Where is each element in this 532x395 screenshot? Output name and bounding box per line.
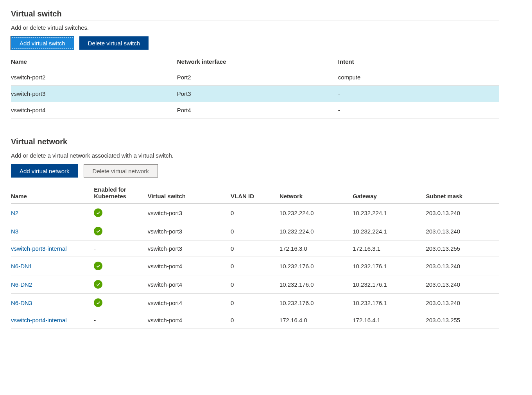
cell-virtual-switch: vswitch-port3 [148, 222, 231, 241]
column-header-gateway: Gateway [353, 182, 426, 204]
cell-subnet-mask: 203.0.13.240 [426, 222, 499, 241]
cell-network: 10.232.224.0 [279, 204, 353, 222]
cell-intent: - [338, 102, 499, 118]
cell-gateway: 172.16.4.1 [353, 312, 426, 329]
cell-network: 172.16.4.0 [279, 312, 353, 329]
cell-network: 10.232.176.0 [279, 257, 353, 275]
column-header-subnet-mask: Subnet mask [426, 182, 499, 204]
table-row[interactable]: N2vswitch-port3010.232.224.010.232.224.1… [11, 204, 499, 222]
virtual-network-link[interactable]: N6-DN1 [11, 263, 32, 269]
cell-name: N6-DN1 [11, 257, 94, 275]
cell-network-interface: Port2 [177, 69, 338, 86]
column-header-network: Network [279, 182, 353, 204]
virtual-network-link[interactable]: N2 [11, 210, 18, 216]
cell-gateway: 172.16.3.1 [353, 241, 426, 257]
cell-vlan-id: 0 [231, 312, 279, 329]
column-header-intent: Intent [338, 54, 499, 69]
cell-subnet-mask: 203.0.13.240 [426, 275, 499, 294]
virtual-switch-description: Add or delete virtual switches. [11, 24, 499, 31]
cell-enabled-kubernetes [94, 204, 147, 222]
cell-gateway: 10.232.224.1 [353, 204, 426, 222]
cell-name: vswitch-port3-internal [11, 241, 94, 257]
column-header-virtual-switch: Virtual switch [148, 182, 231, 204]
column-header-vlan-id: VLAN ID [231, 182, 279, 204]
cell-enabled-kubernetes [94, 257, 147, 275]
cell-intent: - [338, 86, 499, 102]
virtual-network-link[interactable]: N6-DN3 [11, 300, 32, 306]
cell-vlan-id: 0 [231, 204, 279, 222]
cell-virtual-switch: vswitch-port4 [148, 257, 231, 275]
cell-name: vswitch-port4-internal [11, 312, 94, 329]
column-header-network-interface: Network interface [177, 54, 338, 69]
table-row[interactable]: vswitch-port4-internal-vswitch-port40172… [11, 312, 499, 329]
cell-gateway: 10.232.176.1 [353, 294, 426, 312]
add-virtual-network-button[interactable]: Add virtual network [11, 164, 78, 178]
virtual-network-link[interactable]: vswitch-port4-internal [11, 317, 67, 323]
cell-vlan-id: 0 [231, 294, 279, 312]
table-row[interactable]: vswitch-port3-internal-vswitch-port30172… [11, 241, 499, 257]
cell-subnet-mask: 203.0.13.240 [426, 204, 499, 222]
cell-vlan-id: 0 [231, 222, 279, 241]
table-row[interactable]: N6-DN1vswitch-port4010.232.176.010.232.1… [11, 257, 499, 275]
delete-virtual-switch-button[interactable]: Delete virtual switch [79, 36, 149, 50]
check-icon [94, 280, 102, 289]
virtual-network-link[interactable]: vswitch-port3-internal [11, 245, 67, 252]
cell-name: N2 [11, 204, 94, 222]
add-virtual-switch-button[interactable]: Add virtual switch [11, 36, 74, 50]
column-header-enabled-kubernetes: Enabled for Kubernetes [94, 182, 147, 204]
cell-network: 172.16.3.0 [279, 241, 353, 257]
cell-name: vswitch-port4 [11, 102, 177, 118]
cell-enabled-kubernetes [94, 294, 147, 312]
cell-network: 10.232.176.0 [279, 275, 353, 294]
cell-vlan-id: 0 [231, 241, 279, 257]
cell-subnet-mask: 203.0.13.255 [426, 312, 499, 329]
table-row[interactable]: vswitch-port2Port2compute [11, 69, 499, 86]
check-icon [94, 208, 102, 217]
cell-name: N6-DN2 [11, 275, 94, 294]
delete-virtual-network-button[interactable]: Delete virtual network [84, 164, 158, 178]
table-row[interactable]: N6-DN3vswitch-port4010.232.176.010.232.1… [11, 294, 499, 312]
cell-subnet-mask: 203.0.13.240 [426, 294, 499, 312]
table-row[interactable]: N3vswitch-port3010.232.224.010.232.224.1… [11, 222, 499, 241]
column-header-name: Name [11, 54, 177, 69]
cell-enabled-kubernetes: - [94, 312, 147, 329]
cell-virtual-switch: vswitch-port4 [148, 294, 231, 312]
cell-gateway: 10.232.224.1 [353, 222, 426, 241]
column-header-name: Name [11, 182, 94, 204]
cell-name: vswitch-port2 [11, 69, 177, 86]
cell-network: 10.232.224.0 [279, 222, 353, 241]
table-row[interactable]: vswitch-port3Port3- [11, 86, 499, 102]
cell-gateway: 10.232.176.1 [353, 257, 426, 275]
table-row[interactable]: N6-DN2vswitch-port4010.232.176.010.232.1… [11, 275, 499, 294]
cell-name: N3 [11, 222, 94, 241]
cell-enabled-kubernetes: - [94, 241, 147, 257]
cell-enabled-kubernetes [94, 275, 147, 294]
cell-intent: compute [338, 69, 499, 86]
check-icon [94, 227, 102, 235]
check-icon [94, 298, 102, 307]
virtual-switch-table: Name Network interface Intent vswitch-po… [11, 54, 499, 118]
cell-network-interface: Port3 [177, 86, 338, 102]
cell-name: vswitch-port3 [11, 86, 177, 102]
cell-network: 10.232.176.0 [279, 294, 353, 312]
virtual-network-description: Add or delete a virtual network associat… [11, 152, 499, 159]
cell-virtual-switch: vswitch-port3 [148, 241, 231, 257]
virtual-network-link[interactable]: N6-DN2 [11, 281, 32, 288]
virtual-network-link[interactable]: N3 [11, 228, 18, 235]
cell-vlan-id: 0 [231, 257, 279, 275]
cell-name: N6-DN3 [11, 294, 94, 312]
table-row[interactable]: vswitch-port4Port4- [11, 102, 499, 118]
cell-virtual-switch: vswitch-port4 [148, 312, 231, 329]
virtual-network-table: Name Enabled for Kubernetes Virtual swit… [11, 182, 499, 329]
cell-enabled-kubernetes [94, 222, 147, 241]
cell-virtual-switch: vswitch-port3 [148, 204, 231, 222]
cell-gateway: 10.232.176.1 [353, 275, 426, 294]
virtual-network-title: Virtual network [11, 137, 499, 148]
cell-subnet-mask: 203.0.13.255 [426, 241, 499, 257]
cell-network-interface: Port4 [177, 102, 338, 118]
virtual-switch-title: Virtual switch [11, 9, 499, 20]
cell-vlan-id: 0 [231, 275, 279, 294]
cell-virtual-switch: vswitch-port4 [148, 275, 231, 294]
check-icon [94, 262, 102, 270]
cell-subnet-mask: 203.0.13.240 [426, 257, 499, 275]
